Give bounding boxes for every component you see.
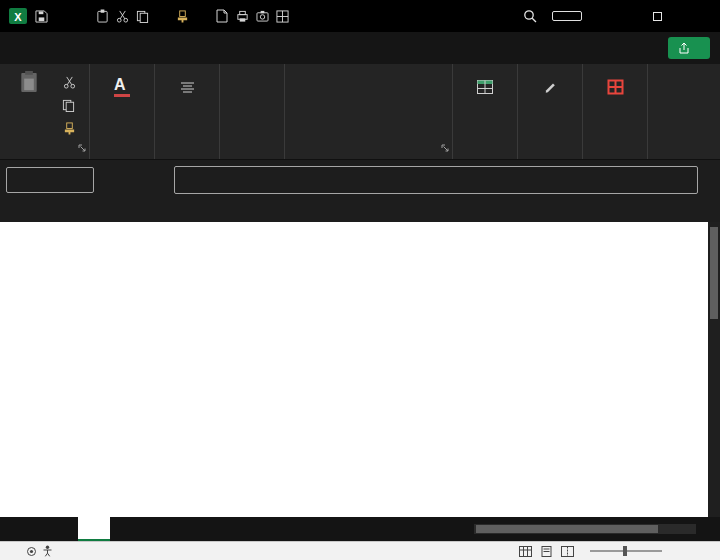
- redo-button[interactable]: [72, 4, 92, 28]
- share-icon: [678, 42, 690, 54]
- format-painter-button[interactable]: [56, 119, 82, 137]
- sheet-tab-bar: [0, 517, 720, 541]
- number-group: [220, 64, 285, 159]
- undo-button[interactable]: [52, 4, 72, 28]
- clipboard-icon: [96, 9, 109, 23]
- cells-button[interactable]: [460, 70, 510, 105]
- number-button[interactable]: [227, 70, 277, 105]
- page-break-view-icon: [561, 546, 574, 557]
- accessibility-icon: [42, 545, 53, 557]
- styles-group: [285, 64, 453, 159]
- page-layout-view-button[interactable]: [540, 546, 553, 557]
- clipboard-dialog-launcher[interactable]: [78, 138, 86, 156]
- alignment-group: [155, 64, 220, 159]
- add-ins-button[interactable]: [590, 70, 640, 102]
- clipboard-small-buttons: [56, 70, 82, 137]
- editing-group: [518, 64, 583, 159]
- add-ins-icon: [607, 79, 624, 95]
- add-ins-group: [583, 64, 648, 159]
- borders-button[interactable]: [272, 4, 292, 28]
- formula-bar: [0, 160, 720, 200]
- normal-view-button[interactable]: [519, 546, 532, 557]
- search-icon: [523, 9, 537, 23]
- vertical-scroll-thumb[interactable]: [710, 227, 718, 319]
- status-bar: [0, 541, 720, 560]
- maximize-icon: [653, 12, 662, 21]
- font-button[interactable]: A: [97, 70, 147, 105]
- horizontal-scroll-thumb[interactable]: [476, 525, 658, 533]
- vertical-scrollbar[interactable]: [708, 222, 720, 517]
- share-button[interactable]: [668, 37, 710, 59]
- pencil-icon: [543, 80, 558, 95]
- column-header-row: [0, 222, 708, 243]
- search-button[interactable]: [520, 4, 540, 28]
- styles-dialog-launcher[interactable]: [441, 138, 449, 156]
- cut-button[interactable]: [56, 73, 82, 91]
- macro-record-button[interactable]: [26, 546, 37, 557]
- paintbrush-icon: [176, 10, 189, 23]
- save-button[interactable]: [32, 4, 52, 28]
- copy-button[interactable]: [56, 96, 82, 114]
- zoom-slider-thumb[interactable]: [623, 546, 627, 556]
- editing-button[interactable]: [525, 70, 575, 105]
- minimize-button[interactable]: [594, 0, 636, 32]
- percent-style-button[interactable]: [152, 4, 172, 28]
- cells-icon: [477, 80, 493, 94]
- svg-text:X: X: [14, 11, 22, 23]
- cells-group: [453, 64, 518, 159]
- zoom-slider[interactable]: [590, 550, 662, 552]
- borders-grid-icon: [276, 10, 289, 23]
- macro-record-icon: [26, 546, 37, 557]
- title-bar: X: [0, 0, 720, 32]
- paintbrush-icon: [63, 122, 76, 135]
- ribbon: A: [0, 64, 720, 160]
- maximize-button[interactable]: [636, 0, 678, 32]
- font-icon: A: [114, 77, 130, 97]
- name-box[interactable]: [6, 167, 94, 193]
- copy-icon: [136, 10, 149, 23]
- page-layout-view-icon: [540, 546, 553, 557]
- alignment-button[interactable]: [162, 70, 212, 105]
- excel-window: X: [0, 0, 720, 560]
- sheet-tab-sheet1[interactable]: [78, 517, 110, 541]
- alignment-icon: [180, 81, 195, 94]
- new-document-icon: [216, 9, 228, 23]
- page-break-view-button[interactable]: [561, 546, 574, 557]
- format-painter-quick-button[interactable]: [172, 4, 192, 28]
- horizontal-scrollbar[interactable]: [474, 524, 696, 534]
- paste-button[interactable]: [7, 70, 51, 98]
- formula-bar-gap: [0, 200, 720, 222]
- formula-input[interactable]: [174, 166, 698, 194]
- copy-quick-button[interactable]: [132, 4, 152, 28]
- cut-quick-button[interactable]: [112, 4, 132, 28]
- normal-view-icon: [519, 546, 532, 557]
- sign-in-button[interactable]: [552, 11, 582, 21]
- menu-bar: [0, 32, 720, 64]
- font-group: A: [90, 64, 155, 159]
- qat-chevron-button[interactable]: [192, 4, 212, 28]
- close-button[interactable]: [678, 0, 720, 32]
- clipboard-icon: [19, 70, 39, 94]
- camera-icon: [256, 10, 269, 22]
- spreadsheet-grid: [0, 222, 720, 517]
- paste-quick-button[interactable]: [92, 4, 112, 28]
- print-button[interactable]: [232, 4, 252, 28]
- new-document-button[interactable]: [212, 4, 232, 28]
- scissors-icon: [116, 10, 129, 23]
- copy-icon: [62, 99, 75, 112]
- printer-icon: [236, 10, 249, 23]
- excel-app-icon[interactable]: X: [4, 4, 32, 28]
- camera-button[interactable]: [252, 4, 272, 28]
- scissors-icon: [63, 76, 76, 89]
- clipboard-group: [0, 64, 90, 159]
